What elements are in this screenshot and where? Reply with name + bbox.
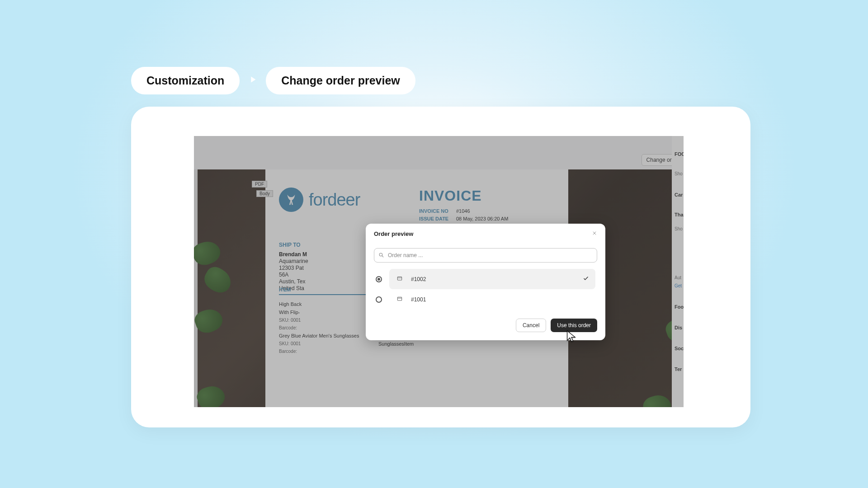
order-icon [396, 296, 403, 303]
order-option[interactable]: #1001 [374, 289, 597, 310]
svg-rect-2 [397, 297, 401, 301]
check-icon [583, 275, 589, 283]
order-preview-modal: Order preview [366, 224, 605, 340]
search-field [374, 248, 597, 263]
breadcrumb: Customization Change order preview [131, 67, 415, 94]
breadcrumb-step-change-order-preview: Change order preview [266, 67, 415, 94]
play-icon [248, 75, 258, 87]
svg-point-0 [379, 253, 382, 256]
modal-title: Order preview [374, 230, 413, 237]
order-option[interactable]: #1002 [374, 269, 597, 289]
search-icon [378, 252, 384, 260]
screenshot-stage: Change order PDF Body fordeer INVOICE [194, 136, 684, 407]
close-icon[interactable] [592, 230, 597, 237]
radio-selected-icon[interactable] [376, 276, 382, 282]
use-this-order-button[interactable]: Use this order [551, 319, 597, 332]
search-input[interactable] [374, 248, 597, 263]
content-card: Change order PDF Body fordeer INVOICE [131, 107, 750, 427]
svg-rect-1 [397, 277, 401, 281]
order-icon [396, 275, 403, 283]
radio-unselected-icon[interactable] [376, 296, 382, 303]
order-id: #1001 [411, 296, 426, 303]
order-id: #1002 [411, 276, 426, 282]
breadcrumb-step-customization: Customization [131, 67, 240, 94]
cancel-button[interactable]: Cancel [516, 319, 546, 332]
